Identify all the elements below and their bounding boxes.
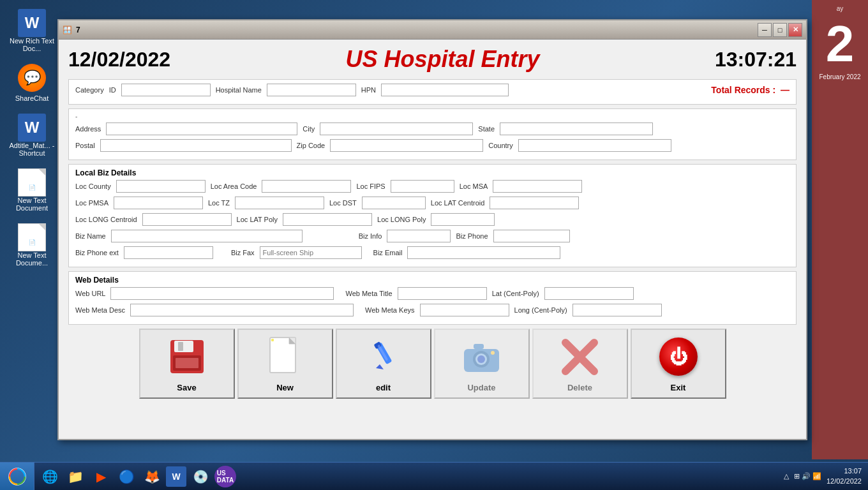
biz-info-input[interactable] bbox=[387, 230, 451, 242]
taskbar-app1-icon[interactable]: 💿 bbox=[189, 465, 212, 488]
zip-code-input[interactable] bbox=[330, 139, 483, 152]
loc-lat-centroid-input[interactable] bbox=[490, 197, 579, 209]
biz-row-5: Biz Phone ext Biz Fax Biz Email bbox=[75, 246, 789, 259]
biz-name-label: Biz Name bbox=[75, 232, 106, 240]
text-doc-icon-1: 📄 bbox=[18, 168, 46, 197]
taskbar-clock: 13:07 12/02/2022 bbox=[827, 466, 862, 486]
close-button[interactable]: ✕ bbox=[788, 23, 802, 37]
desktop-icon-word1[interactable]: W New Rich Text Doc... bbox=[6, 6, 57, 55]
state-input[interactable] bbox=[500, 122, 653, 135]
taskbar-network-icon: △ bbox=[784, 472, 789, 480]
taskbar-usdata-icon[interactable]: USDATA bbox=[214, 466, 236, 487]
app-window: 🪟 7 ─ □ ✕ 12/02/2022 US Hospital Entry 1… bbox=[57, 19, 807, 440]
loc-long-poly-input[interactable] bbox=[431, 213, 495, 226]
web-url-label: Web URL bbox=[75, 290, 105, 297]
title-bar: 🪟 7 ─ □ ✕ bbox=[59, 20, 806, 40]
lat-cent-poly-input[interactable] bbox=[544, 287, 634, 300]
app-title: US Hospital Entry bbox=[346, 46, 540, 73]
biz-info-label: Biz Info bbox=[359, 232, 382, 240]
biz-row-4: Biz Name Biz Info Biz Phone bbox=[75, 230, 789, 242]
desktop-icon-textdoc2[interactable]: 📄 New Text Docume... bbox=[6, 221, 57, 269]
loc-dst-input[interactable] bbox=[362, 197, 426, 209]
biz-details-section: Local Biz Details Loc County Loc Area Co… bbox=[68, 164, 797, 267]
total-records-display: Total Records : — bbox=[711, 85, 789, 95]
address-label: Address bbox=[75, 125, 101, 133]
loc-county-label: Loc County bbox=[75, 182, 111, 190]
exit-button[interactable]: ⏻ Exit bbox=[631, 329, 726, 399]
city-input[interactable] bbox=[320, 122, 473, 135]
web-meta-desc-label: Web Meta Desc bbox=[75, 306, 125, 314]
web-meta-keys-input[interactable] bbox=[420, 304, 509, 316]
loc-msa-input[interactable] bbox=[493, 180, 582, 193]
loc-tz-label: Loc TZ bbox=[208, 199, 230, 207]
hpn-input[interactable] bbox=[381, 84, 509, 96]
web-meta-desc-input[interactable] bbox=[130, 304, 354, 316]
loc-lat-poly-label: Loc LAT Poly bbox=[237, 216, 278, 223]
taskbar-tray-icons: ⊞ 🔊 📶 bbox=[794, 472, 821, 480]
loc-tz-input[interactable] bbox=[235, 197, 324, 209]
biz-fax-input[interactable] bbox=[260, 246, 362, 259]
hospital-name-input[interactable] bbox=[267, 84, 356, 96]
save-button[interactable]: Save bbox=[139, 329, 235, 399]
long-cent-poly-input[interactable] bbox=[572, 304, 662, 316]
edit-button[interactable]: edit bbox=[336, 329, 431, 399]
address-input[interactable] bbox=[106, 122, 297, 135]
loc-long-poly-label: Loc LONG Poly bbox=[377, 216, 426, 223]
word-shortcut-icon: W bbox=[18, 114, 46, 142]
biz-phone-ext-input[interactable] bbox=[124, 246, 213, 259]
biz-name-input[interactable] bbox=[111, 230, 303, 242]
loc-msa-label: Loc MSA bbox=[460, 182, 488, 190]
biz-details-title: Local Biz Details bbox=[75, 168, 789, 177]
web-row-1: Web URL Web Meta Title Lat (Cent-Poly) bbox=[75, 287, 789, 300]
svg-rect-17 bbox=[474, 344, 484, 349]
new-icon bbox=[263, 334, 308, 379]
city-label: City bbox=[303, 125, 315, 133]
svg-point-16 bbox=[477, 355, 485, 363]
new-button[interactable]: New bbox=[237, 329, 333, 399]
update-button[interactable]: Update bbox=[434, 329, 530, 399]
biz-email-input[interactable] bbox=[407, 246, 560, 259]
web-meta-title-label: Web Meta Title bbox=[345, 290, 392, 297]
taskbar-folder-icon[interactable]: 📁 bbox=[64, 465, 87, 488]
total-records-label: Total Records : bbox=[711, 85, 775, 95]
loc-area-code-input[interactable] bbox=[262, 180, 351, 193]
taskbar-word-icon[interactable]: W bbox=[166, 466, 186, 487]
postal-input[interactable] bbox=[100, 139, 292, 152]
svg-rect-4 bbox=[176, 358, 198, 368]
address-row: Address City State bbox=[75, 122, 789, 135]
loc-fips-input[interactable] bbox=[391, 180, 454, 193]
desktop: W New Rich Text Doc... 💬 ShareChat W Adt… bbox=[0, 0, 868, 490]
svg-marker-10 bbox=[376, 364, 384, 369]
biz-phone-input[interactable] bbox=[493, 230, 570, 242]
desktop-icon-textdoc1[interactable]: 📄 New Text Document bbox=[6, 166, 57, 214]
word-icon: W bbox=[18, 9, 46, 37]
loc-long-centroid-input[interactable] bbox=[142, 213, 232, 226]
web-meta-title-input[interactable] bbox=[398, 287, 487, 300]
maximize-button[interactable]: □ bbox=[773, 23, 787, 37]
loc-dst-label: Loc DST bbox=[329, 199, 357, 207]
taskbar-ie-icon[interactable]: 🌐 bbox=[38, 465, 61, 488]
minimize-button[interactable]: ─ bbox=[758, 23, 772, 37]
country-input[interactable] bbox=[518, 139, 671, 152]
exit-icon: ⏻ bbox=[656, 334, 701, 379]
web-url-input[interactable] bbox=[110, 287, 334, 300]
loc-lat-poly-input[interactable] bbox=[283, 213, 372, 226]
loc-pmsa-input[interactable] bbox=[114, 197, 203, 209]
loc-county-input[interactable] bbox=[116, 180, 206, 193]
web-row-2: Web Meta Desc Web Meta Keys Long (Cent-P… bbox=[75, 304, 789, 316]
long-cent-poly-label: Long (Cent-Poly) bbox=[514, 306, 567, 314]
start-button[interactable] bbox=[0, 463, 34, 491]
desktop-icon-sharechat[interactable]: 💬 ShareChat bbox=[6, 61, 57, 105]
taskbar-chrome-icon[interactable]: 🔵 bbox=[115, 465, 138, 488]
category-label: Category bbox=[75, 86, 104, 94]
taskbar-firefox-icon[interactable]: 🦊 bbox=[140, 465, 163, 488]
hospital-name-label: Hospital Name bbox=[216, 86, 262, 94]
desktop-icon-word2[interactable]: W Adtitle_Mat... - Shortcut bbox=[6, 111, 57, 160]
country-label: Country bbox=[488, 142, 513, 149]
loc-long-centroid-label: Loc LONG Centroid bbox=[75, 216, 137, 223]
delete-button[interactable]: Delete bbox=[532, 329, 628, 399]
taskbar-media-icon[interactable]: ▶ bbox=[89, 465, 112, 488]
web-details-section: Web Details Web URL Web Meta Title Lat (… bbox=[68, 271, 797, 325]
taskbar-time: 13:07 bbox=[827, 466, 862, 476]
id-input[interactable] bbox=[121, 84, 211, 96]
